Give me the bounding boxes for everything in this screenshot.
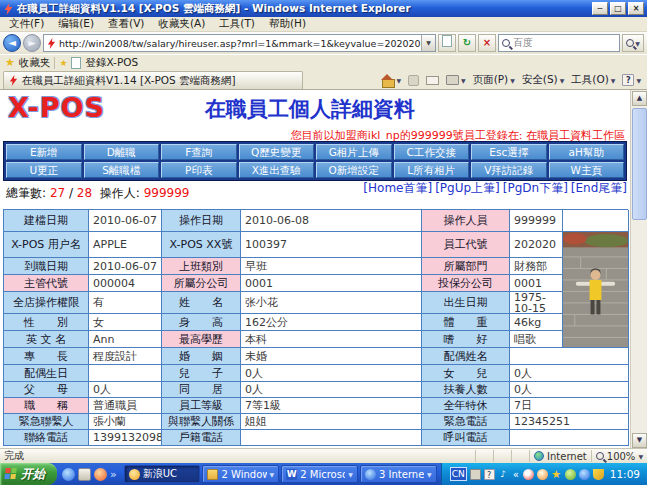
refresh-button[interactable]: ↻ — [458, 34, 476, 52]
star-icon[interactable]: ★ — [551, 469, 562, 480]
help-menu[interactable]: ?▼ — [622, 74, 641, 86]
toolbar-button-11[interactable]: X進出查驗 — [239, 162, 315, 178]
quick-media-icon[interactable] — [94, 468, 107, 481]
zoom-control[interactable]: 100% ▼ — [591, 450, 643, 462]
toolbar-button-8[interactable]: U更正 — [6, 162, 82, 178]
form-label: 最高學歷 — [162, 331, 241, 348]
form-label: 扶養人數 — [422, 382, 510, 398]
menu-item-3[interactable]: 收藏夹(A) — [151, 17, 212, 31]
vertical-scrollbar[interactable]: ▲ ▼ — [630, 90, 647, 449]
form-value: 12345251 — [510, 414, 629, 430]
address-dropdown[interactable]: ▼ — [421, 35, 435, 51]
search-input[interactable]: 百度 — [498, 34, 620, 52]
active-tab[interactable]: 在職員工詳細資料V1.14 [X-POS 雲端商務網] — [3, 71, 303, 89]
toolbar-button-6[interactable]: Esc選擇 — [471, 144, 547, 160]
form-label: 性 別 — [4, 314, 89, 331]
zone-label: Internet — [547, 451, 587, 462]
window-title: 在職員工詳細資料V1.14 [X-POS 雲端商務網] - Windows In… — [17, 2, 590, 16]
qq-orange-icon[interactable] — [537, 469, 548, 480]
back-button[interactable]: ◄ — [3, 34, 21, 52]
chevron-down-icon: ▼ — [396, 77, 401, 84]
toolbar-button-14[interactable]: V拜訪記錄 — [471, 162, 547, 178]
menu-item-2[interactable]: 查看(V) — [101, 17, 151, 31]
compatibility-view-button[interactable] — [438, 34, 456, 52]
toolbar-button-13[interactable]: L所有相片 — [394, 162, 470, 178]
qq-icon[interactable] — [523, 469, 534, 480]
page-menu[interactable]: 页面(P)▼ — [473, 73, 515, 87]
form-empty-cell — [563, 210, 629, 232]
tray-ie-icon[interactable] — [579, 469, 590, 480]
search-button[interactable]: ▼ — [622, 34, 644, 52]
form-label: 投保分公司 — [422, 275, 510, 292]
forward-button[interactable]: ► — [23, 34, 41, 52]
toolbar-button-1[interactable]: D離職 — [84, 144, 160, 160]
form-value: 999999 — [510, 210, 563, 232]
form-label: 呼叫電話 — [422, 430, 510, 446]
close-button[interactable]: × — [628, 2, 644, 15]
toolbar-button-9[interactable]: S離職檔 — [84, 162, 160, 178]
quick-show-desktop-icon[interactable] — [78, 468, 91, 481]
favorites-button[interactable]: 收藏夹 — [19, 56, 51, 70]
menu-item-1[interactable]: 编辑(E) — [51, 17, 101, 31]
toolbar-button-7[interactable]: aH幫助 — [549, 144, 625, 160]
printer-icon[interactable] — [470, 469, 481, 480]
record-nav-link-1[interactable]: [PgUp上筆] — [435, 181, 500, 195]
toolbar-button-0[interactable]: E新增 — [6, 144, 82, 160]
toolbar-button-3[interactable]: Q歷史變更 — [239, 144, 315, 160]
volume-icon[interactable]: ♪ — [498, 469, 509, 480]
collapse-icon[interactable]: « — [512, 469, 520, 480]
form-value: 2010-06-07 — [89, 258, 162, 275]
form-label: 主管代號 — [4, 275, 89, 292]
language-indicator[interactable]: CN — [450, 467, 467, 481]
chevron-down-icon: ▼ — [636, 77, 641, 84]
scroll-down-button[interactable]: ▼ — [632, 433, 647, 448]
task-label: 新浪UC — [143, 467, 177, 481]
rss-feed-icon[interactable] — [408, 75, 419, 86]
menu-item-5[interactable]: 帮助(H) — [262, 17, 313, 31]
url-text[interactable]: http://win2008/tw/salary/hireuser.asp?mr… — [59, 38, 421, 49]
task-button-3[interactable]: 3 Internet Expl...▼ — [360, 465, 437, 483]
add-favorite-icon[interactable]: ★ — [59, 58, 67, 68]
toolbar-button-4[interactable]: G相片上傳 — [316, 144, 392, 160]
print-button[interactable]: ▼ — [446, 75, 466, 85]
help-icon[interactable]: ? — [484, 469, 495, 480]
scrollbar-thumb[interactable] — [632, 108, 647, 220]
task-button-1[interactable]: 2 Windows Explorer▼ — [202, 465, 279, 483]
safety-menu[interactable]: 安全(S)▼ — [522, 73, 564, 87]
scroll-up-button[interactable]: ▲ — [632, 91, 647, 106]
menu-item-0[interactable]: 文件(F) — [2, 17, 51, 31]
read-mail-icon[interactable] — [426, 76, 439, 85]
task-button-2[interactable]: W2 Microsoft Off...▼ — [281, 465, 358, 483]
form-label: 兒 子 — [162, 365, 241, 382]
record-nav-link-0[interactable]: [Home首筆] — [363, 181, 432, 195]
more-icons-button[interactable]: » — [110, 468, 117, 481]
home-button[interactable]: ▼ — [381, 75, 401, 86]
tools-menu[interactable]: 工具(O)▼ — [571, 73, 615, 87]
favorite-link[interactable]: 登錄X-POS — [85, 56, 138, 70]
record-nav-link-2[interactable]: [PgDn下筆] — [503, 181, 568, 195]
shield-icon[interactable] — [593, 469, 604, 480]
favorite-page-icon — [71, 57, 81, 69]
taskbar-clock[interactable]: 11:09 — [610, 468, 640, 480]
menu-item-4[interactable]: 工具(T) — [212, 17, 262, 31]
toolbar-button-2[interactable]: F查詢 — [161, 144, 237, 160]
quick-ie-icon[interactable] — [62, 468, 75, 481]
url-favicon — [47, 38, 56, 49]
record-nav-link-3[interactable]: [End尾筆] — [571, 181, 627, 195]
minimize-button[interactable]: ─ — [592, 2, 608, 15]
address-bar[interactable]: http://win2008/tw/salary/hireuser.asp?mr… — [43, 34, 436, 52]
start-button[interactable]: 开始 — [0, 463, 57, 485]
toolbar-button-12[interactable]: O新增設定 — [316, 162, 392, 178]
maximize-button[interactable]: □ — [610, 2, 626, 15]
favorites-bar: ★ 收藏夹 ★ 登錄X-POS — [0, 54, 647, 70]
form-value: 0人 — [510, 365, 629, 382]
stop-button[interactable]: × — [478, 34, 496, 52]
task-button-0[interactable]: 新浪UC — [124, 465, 201, 483]
downloader-icon[interactable] — [565, 469, 576, 480]
form-label: 身 高 — [162, 314, 241, 331]
record-counter: 總筆數: 27 / 28 操作人: 999999 — [6, 185, 189, 202]
form-value: 13991320987 — [89, 430, 162, 446]
toolbar-button-10[interactable]: P印表 — [161, 162, 237, 178]
toolbar-button-15[interactable]: W主頁 — [549, 162, 625, 178]
toolbar-button-5[interactable]: C工作交接 — [394, 144, 470, 160]
